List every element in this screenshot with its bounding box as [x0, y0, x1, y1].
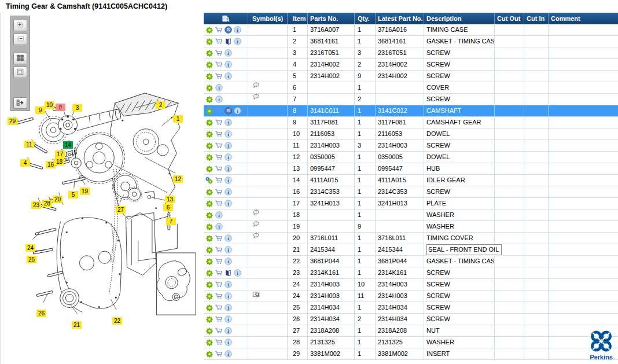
callout-label-11[interactable]: 11 — [24, 141, 34, 148]
cart-icon[interactable] — [215, 153, 223, 161]
cart-icon[interactable] — [215, 281, 223, 289]
table-row[interactable]: i21241534412415344SEAL - FRONT END OIL — [204, 244, 618, 256]
table-search-icon-icon[interactable] — [222, 14, 230, 23]
cart-icon[interactable] — [215, 258, 223, 266]
table-row[interactable]: i173241H01313241H013PLATE — [204, 198, 618, 209]
cart-icon[interactable] — [215, 142, 223, 150]
table-row[interactable]: i32316T05132316T051SCREW — [204, 47, 618, 59]
callout-label-12[interactable]: 12 — [173, 175, 183, 183]
table-row[interactable]: i232314K16112314K161SCREW — [204, 267, 618, 279]
table-row-selected[interactable]: Si83141C01113141C012CAMSHAFT — [204, 105, 618, 117]
callout-label-5[interactable]: 5 — [68, 191, 78, 198]
info-icon[interactable]: i — [224, 339, 232, 347]
cart-icon[interactable] — [215, 269, 223, 277]
info-icon[interactable]: i — [224, 119, 232, 127]
balloon-icon[interactable]: ! — [252, 233, 260, 241]
info-icon[interactable]: i — [224, 246, 232, 254]
info-icon[interactable]: i — [224, 188, 232, 196]
table-row[interactable]: i52314H00292314H002SCREW — [204, 71, 618, 82]
info-icon[interactable]: i — [215, 223, 223, 231]
table-row[interactable]: i242314H003112314H003SCREW — [204, 291, 618, 302]
cart-icon[interactable] — [215, 292, 223, 300]
zoom-out-button[interactable] — [13, 34, 27, 45]
table-row[interactable]: Si13716A00713716A016TIMING CASE — [204, 24, 618, 36]
table-row[interactable]: i293381M00213381M002INSERT — [204, 348, 618, 360]
book-icon[interactable] — [224, 38, 232, 46]
callout-label-7[interactable]: 7 — [166, 218, 176, 225]
gear-icon[interactable] — [205, 61, 214, 69]
info-icon[interactable]: i — [233, 269, 241, 277]
callout-label-27[interactable]: 27 — [116, 206, 126, 214]
cart-icon[interactable] — [215, 130, 223, 138]
gear-icon[interactable] — [205, 38, 214, 46]
callout-label-21[interactable]: 21 — [72, 321, 82, 329]
geardouble-icon[interactable] — [205, 177, 214, 185]
gear-icon[interactable] — [205, 107, 214, 115]
cart-icon[interactable] — [215, 26, 223, 34]
gear-icon[interactable] — [205, 130, 214, 138]
gear-icon[interactable] — [205, 223, 214, 231]
gear-icon[interactable] — [205, 26, 214, 34]
callout-label-10[interactable]: 10 — [45, 101, 54, 109]
table-row[interactable]: i28213132512131325WASHER — [204, 337, 618, 348]
gear-icon[interactable] — [205, 350, 214, 358]
cart-icon[interactable] — [215, 234, 223, 242]
callout-label-25[interactable]: 25 — [27, 256, 36, 263]
table-row[interactable]: i!72SCREW — [204, 94, 618, 105]
info-icon[interactable]: i — [224, 142, 232, 150]
info-icon[interactable]: i — [233, 107, 241, 115]
table-row[interactable]: i144111A01514111A015IDLER GEAR — [204, 175, 618, 186]
info-icon[interactable]: i — [224, 292, 232, 300]
info-icon[interactable]: i — [215, 211, 223, 219]
gear-icon[interactable] — [205, 95, 214, 104]
info-icon[interactable]: i — [224, 49, 232, 57]
cart-icon[interactable] — [215, 165, 223, 173]
table-row[interactable]: i12035000510350005DOWEL — [204, 152, 618, 163]
table-row[interactable]: i93117F08113117F081CAMSHAFT GEAR — [204, 117, 618, 128]
gear-icon[interactable] — [205, 234, 214, 242]
cart-icon[interactable] — [215, 61, 223, 69]
cart-icon[interactable] — [215, 304, 223, 312]
gear-icon[interactable] — [205, 142, 214, 150]
cart-icon[interactable] — [215, 119, 223, 127]
gear-icon[interactable] — [205, 84, 214, 92]
gear-icon[interactable] — [205, 281, 214, 289]
book-icon[interactable] — [224, 269, 232, 277]
table-row[interactable]: i!61COVER — [204, 82, 618, 94]
table-row[interactable]: i13099544710995447HUB — [204, 163, 618, 175]
callout-label-17[interactable]: 17 — [55, 150, 65, 158]
table-row[interactable]: i162314C35312314C353SCREW — [204, 186, 618, 198]
callout-label-13[interactable]: 13 — [165, 196, 175, 203]
info-icon[interactable]: i — [224, 304, 232, 312]
table-row[interactable]: i!199WASHER — [204, 221, 618, 233]
callout-label-1[interactable]: 1 — [173, 115, 183, 123]
zoom-in-button[interactable] — [13, 20, 27, 31]
gear-icon[interactable] — [205, 339, 214, 347]
info-icon[interactable]: i — [233, 38, 241, 46]
table-row[interactable]: i42314H00222314H002SCREW — [204, 59, 618, 71]
cart-icon[interactable] — [215, 72, 223, 80]
gear-icon[interactable] — [205, 258, 214, 266]
info-icon[interactable]: i — [224, 234, 232, 242]
gear-icon[interactable] — [205, 315, 214, 323]
toggle-panel-button[interactable] — [13, 97, 27, 109]
cart-icon[interactable] — [215, 200, 223, 208]
info-icon[interactable]: i — [224, 61, 232, 69]
info-icon[interactable]: i — [224, 72, 232, 80]
cart-icon[interactable] — [215, 315, 223, 323]
cart-icon[interactable] — [215, 246, 223, 254]
info-icon[interactable]: i — [224, 327, 232, 335]
callout-label-6[interactable]: 6 — [163, 204, 173, 211]
gear-icon[interactable] — [205, 200, 214, 208]
info-icon[interactable]: i — [224, 153, 232, 161]
table-row[interactable]: i!181WASHER — [204, 209, 618, 221]
cart-icon[interactable] — [215, 327, 223, 335]
gear-icon[interactable] — [205, 246, 214, 254]
callout-label-18[interactable]: 18 — [54, 158, 64, 166]
callout-label-2[interactable]: 2 — [156, 101, 165, 109]
gear-icon[interactable] — [205, 304, 214, 312]
bookmag-icon[interactable] — [252, 291, 260, 299]
callout-label-3[interactable]: 3 — [72, 104, 82, 112]
balloon-icon[interactable]: ! — [252, 209, 260, 218]
table-row[interactable]: i242314H003102314H003SCREW — [204, 279, 618, 291]
